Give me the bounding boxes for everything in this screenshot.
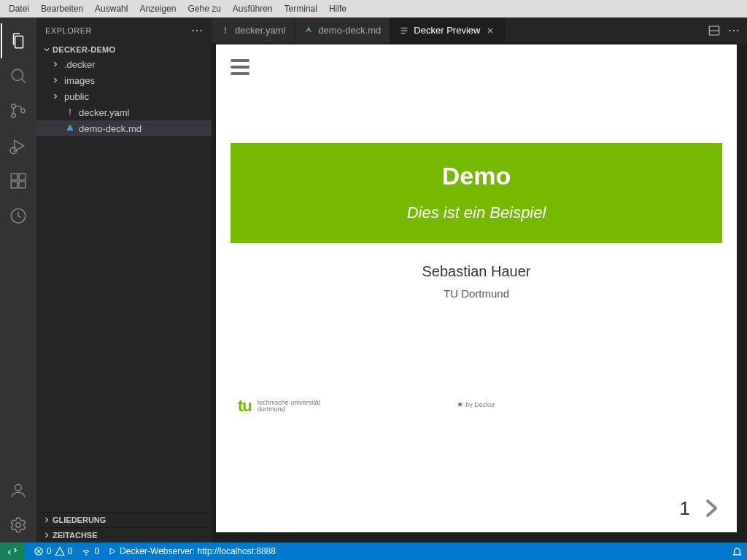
debug-icon[interactable]: [1, 128, 36, 163]
svg-point-13: [16, 523, 21, 528]
decker-ext-icon[interactable]: [1, 198, 36, 233]
git-icon[interactable]: [1, 93, 36, 128]
svg-rect-10: [19, 174, 26, 180]
menu-auswahl[interactable]: Auswahl: [89, 4, 133, 14]
menu-ausfuehren[interactable]: Ausführen: [227, 4, 279, 14]
status-ports[interactable]: 0: [77, 546, 104, 556]
slide-title: Demo: [238, 162, 715, 190]
search-icon[interactable]: [1, 58, 36, 93]
preview-icon: [399, 26, 409, 36]
sidebar: EXPLORER ⋯ DECKER-DEMO .decker images pu…: [36, 18, 212, 542]
svg-point-2: [12, 104, 15, 108]
tab-label: demo-deck.md: [318, 25, 381, 36]
close-icon[interactable]: [484, 26, 496, 35]
decker-preview: Demo Dies ist ein Beispiel Sebastian Hau…: [216, 44, 737, 532]
svg-marker-25: [110, 548, 115, 554]
activity-bar: [0, 18, 36, 542]
tabbar: ! decker.yaml demo-deck.md Decker Previe…: [212, 18, 747, 43]
file-decker-yaml[interactable]: ! decker.yaml: [36, 104, 212, 120]
hamburger-icon[interactable]: [231, 59, 249, 75]
tab-label: decker.yaml: [235, 25, 285, 36]
file-label: decker.yaml: [79, 107, 129, 118]
svg-rect-9: [19, 182, 26, 188]
next-slide-icon[interactable]: [700, 496, 722, 521]
explorer-icon[interactable]: [1, 23, 36, 58]
slide-pager: 1: [680, 496, 722, 521]
svg-point-24: [86, 554, 88, 556]
tab-demo-deck-md[interactable]: demo-deck.md: [295, 18, 390, 43]
panel-zeitachse[interactable]: ZEITACHSE: [36, 527, 212, 542]
folder-label: images: [64, 75, 95, 86]
file-label: demo-deck.md: [79, 123, 142, 134]
svg-point-12: [15, 484, 22, 491]
svg-rect-8: [11, 182, 18, 188]
menu-anzeigen[interactable]: Anzeigen: [133, 4, 182, 14]
menu-datei[interactable]: Datei: [3, 4, 35, 14]
decker-mark-icon: ✶: [457, 401, 463, 408]
editor-area: ! decker.yaml demo-deck.md Decker Previe…: [212, 18, 747, 542]
workspace-root-label: DECKER-DEMO: [53, 45, 115, 54]
svg-marker-5: [15, 140, 24, 151]
menu-hilfe[interactable]: Hilfe: [323, 4, 352, 14]
folder-public[interactable]: public: [36, 88, 212, 104]
tu-logo-mark: tu: [238, 397, 252, 416]
panel-gliederung[interactable]: GLIEDERUNG: [36, 512, 212, 527]
folder-decker[interactable]: .decker: [36, 56, 212, 72]
status-errors: 0: [47, 546, 52, 556]
status-warnings: 0: [68, 546, 73, 556]
page-number: 1: [680, 497, 690, 520]
menu-bearbeiten[interactable]: Bearbeiten: [35, 4, 89, 14]
svg-rect-7: [11, 174, 18, 180]
svg-point-3: [12, 114, 15, 117]
status-port-count: 0: [94, 546, 99, 556]
svg-line-1: [21, 79, 25, 82]
folder-label: .decker: [64, 59, 96, 70]
menubar: Datei Bearbeiten Auswahl Anzeigen Gehe z…: [0, 0, 747, 18]
status-server-label: Decker-Webserver: http://localhost:8888: [120, 546, 276, 556]
status-decker-server[interactable]: Decker-Webserver: http://localhost:8888: [104, 546, 280, 556]
tu-logo-line2: dortmund: [258, 406, 321, 413]
decker-credit: ✶ by Decker: [457, 401, 495, 408]
tu-logo: tu technische universität dortmund: [238, 397, 320, 416]
sidebar-more-icon[interactable]: ⋯: [191, 23, 204, 37]
slide-affiliation: TU Dortmund: [231, 287, 722, 300]
panel-label: GLIEDERUNG: [53, 516, 106, 524]
slide-title-block: Demo Dies ist ein Beispiel: [231, 143, 722, 243]
notifications-icon[interactable]: [727, 546, 747, 557]
file-demo-deck-md[interactable]: demo-deck.md: [36, 120, 212, 136]
settings-gear-icon[interactable]: [1, 508, 36, 542]
tab-decker-yaml[interactable]: ! decker.yaml: [212, 18, 295, 43]
slide-subtitle: Dies ist ein Beispiel: [238, 203, 715, 222]
more-actions-icon[interactable]: ⋯: [728, 23, 740, 37]
svg-point-0: [12, 69, 23, 80]
split-editor-icon[interactable]: [708, 24, 721, 37]
folder-images[interactable]: images: [36, 72, 212, 88]
slide-author: Sebastian Hauer: [231, 263, 722, 280]
folder-label: public: [64, 91, 89, 102]
account-icon[interactable]: [1, 472, 36, 508]
tab-label: Decker Preview: [414, 25, 480, 36]
statusbar: 0 0 0 Decker-Webserver: http://localhost…: [0, 542, 747, 560]
remote-icon[interactable]: [0, 542, 25, 560]
svg-point-4: [21, 109, 25, 112]
extensions-icon[interactable]: [1, 163, 36, 198]
menu-terminal[interactable]: Terminal: [279, 4, 323, 14]
sidebar-title: EXPLORER: [45, 26, 92, 35]
markdown-icon: [303, 26, 314, 36]
tab-decker-preview[interactable]: Decker Preview: [390, 18, 506, 43]
panel-label: ZEITACHSE: [53, 531, 98, 540]
markdown-icon: [64, 123, 76, 133]
menu-gehezu[interactable]: Gehe zu: [182, 4, 226, 14]
yaml-icon: !: [220, 26, 231, 36]
decker-credit-label: by Decker: [465, 401, 495, 408]
yaml-icon: !: [64, 107, 76, 117]
workspace-root[interactable]: DECKER-DEMO: [36, 43, 212, 56]
status-problems[interactable]: 0 0: [29, 546, 77, 556]
